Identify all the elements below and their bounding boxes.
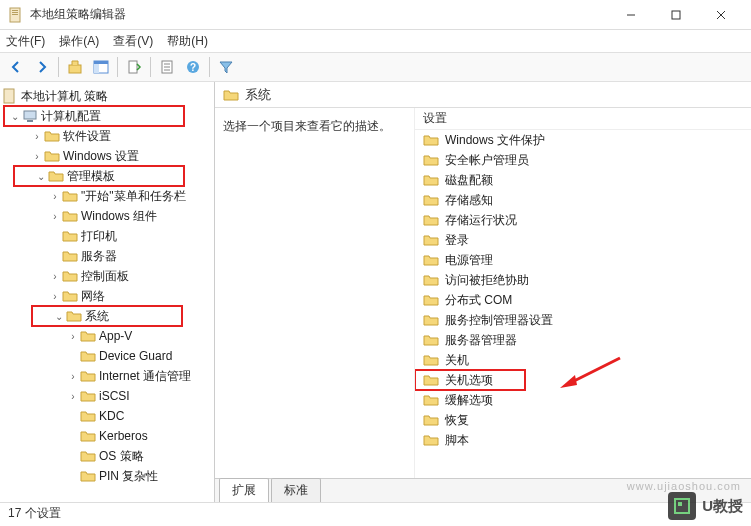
list-item[interactable]: 访问被拒绝协助	[415, 270, 751, 290]
folder-icon	[423, 372, 439, 388]
tree-windows-settings[interactable]: › Windows 设置	[0, 146, 214, 166]
tree-label: Windows 设置	[63, 148, 139, 165]
chevron-down-icon[interactable]: ⌄	[34, 171, 48, 182]
tab-standard[interactable]: 标准	[271, 478, 321, 502]
tree-network[interactable]: › 网络	[0, 286, 214, 306]
item-label: 脚本	[445, 432, 469, 449]
folder-icon	[80, 428, 96, 444]
chevron-right-icon[interactable]: ›	[48, 291, 62, 302]
tree-iscsi[interactable]: › iSCSI	[0, 386, 214, 406]
tree-admin-templates[interactable]: ⌄ 管理模板	[14, 166, 184, 186]
export-button[interactable]	[122, 55, 146, 79]
content-pane: 系统 选择一个项目来查看它的描述。 设置 Windows 文件保护安全帐户管理员…	[215, 82, 751, 502]
titlebar: 本地组策略编辑器	[0, 0, 751, 30]
back-button[interactable]	[4, 55, 28, 79]
chevron-right-icon[interactable]: ›	[66, 331, 80, 342]
chevron-down-icon[interactable]: ⌄	[52, 311, 66, 322]
tab-extended[interactable]: 扩展	[219, 478, 269, 502]
tree-label: "开始"菜单和任务栏	[81, 188, 186, 205]
folder-icon	[80, 388, 96, 404]
chevron-right-icon[interactable]: ›	[48, 271, 62, 282]
folder-icon	[423, 272, 439, 288]
help-button[interactable]: ?	[181, 55, 205, 79]
folder-icon	[44, 148, 60, 164]
forward-button[interactable]	[30, 55, 54, 79]
tree-windows-components[interactable]: › Windows 组件	[0, 206, 214, 226]
tree-appv[interactable]: › App-V	[0, 326, 214, 346]
list-item[interactable]: 恢复	[415, 410, 751, 430]
chevron-right-icon[interactable]: ›	[66, 371, 80, 382]
tree-kerberos[interactable]: Kerberos	[0, 426, 214, 446]
tree-root[interactable]: 本地计算机 策略	[0, 86, 214, 106]
tree-kdc[interactable]: KDC	[0, 406, 214, 426]
tree-pin-complexity[interactable]: PIN 复杂性	[0, 466, 214, 486]
svg-rect-21	[27, 120, 33, 122]
chevron-right-icon[interactable]: ›	[48, 211, 62, 222]
filter-button[interactable]	[214, 55, 238, 79]
svg-rect-1	[12, 10, 18, 11]
settings-list[interactable]: 设置 Windows 文件保护安全帐户管理员磁盘配额存储感知存储运行状况登录电源…	[415, 108, 751, 478]
tree-system[interactable]: ⌄ 系统	[32, 306, 182, 326]
menu-help[interactable]: 帮助(H)	[167, 33, 208, 50]
list-item[interactable]: 脚本	[415, 430, 751, 450]
properties-button[interactable]	[155, 55, 179, 79]
toolbar-separator	[209, 57, 210, 77]
list-item[interactable]: 分布式 COM	[415, 290, 751, 310]
folder-icon	[423, 292, 439, 308]
list-item[interactable]: 安全帐户管理员	[415, 150, 751, 170]
chevron-right-icon[interactable]: ›	[48, 191, 62, 202]
column-header-settings[interactable]: 设置	[415, 108, 751, 130]
chevron-right-icon[interactable]: ›	[30, 151, 44, 162]
status-text: 17 个设置	[8, 505, 61, 522]
watermark-url: www.ujiaoshou.com	[627, 480, 741, 492]
up-button[interactable]	[63, 55, 87, 79]
chevron-right-icon[interactable]: ›	[66, 391, 80, 402]
tree-os-policy[interactable]: OS 策略	[0, 446, 214, 466]
app-icon	[8, 7, 24, 23]
list-item[interactable]: 服务控制管理器设置	[415, 310, 751, 330]
item-label: 访问被拒绝协助	[445, 272, 529, 289]
list-item[interactable]: 存储感知	[415, 190, 751, 210]
list-item[interactable]: 电源管理	[415, 250, 751, 270]
list-item[interactable]: 关机	[415, 350, 751, 370]
item-label: 存储运行状况	[445, 212, 517, 229]
item-label: 服务器管理器	[445, 332, 517, 349]
minimize-button[interactable]	[608, 1, 653, 29]
tree-device-guard[interactable]: Device Guard	[0, 346, 214, 366]
list-item[interactable]: 磁盘配额	[415, 170, 751, 190]
list-item[interactable]: 服务器管理器	[415, 330, 751, 350]
folder-icon	[223, 87, 239, 103]
description-column: 选择一个项目来查看它的描述。	[215, 108, 415, 478]
folder-icon	[423, 392, 439, 408]
menu-action[interactable]: 操作(A)	[59, 33, 99, 50]
tree-pane[interactable]: 本地计算机 策略 ⌄ 计算机配置 › 软件设置 › Windows 设置 ⌄ 管…	[0, 82, 215, 502]
svg-rect-12	[129, 61, 137, 73]
list-item[interactable]: 登录	[415, 230, 751, 250]
menu-view[interactable]: 查看(V)	[113, 33, 153, 50]
folder-icon	[423, 312, 439, 328]
folder-icon	[423, 232, 439, 248]
list-item[interactable]: 存储运行状况	[415, 210, 751, 230]
list-item[interactable]: Windows 文件保护	[415, 130, 751, 150]
item-label: 磁盘配额	[445, 172, 493, 189]
chevron-right-icon[interactable]: ›	[30, 131, 44, 142]
list-item[interactable]: 关机选项	[415, 370, 525, 390]
tree-printers[interactable]: 打印机	[0, 226, 214, 246]
folder-icon	[423, 432, 439, 448]
tree-servers[interactable]: 服务器	[0, 246, 214, 266]
item-label: 服务控制管理器设置	[445, 312, 553, 329]
tree-computer-config[interactable]: ⌄ 计算机配置	[4, 106, 184, 126]
list-item[interactable]: 缓解选项	[415, 390, 751, 410]
menu-file[interactable]: 文件(F)	[6, 33, 45, 50]
tree-start-menu[interactable]: › "开始"菜单和任务栏	[0, 186, 214, 206]
close-button[interactable]	[698, 1, 743, 29]
tree-software-settings[interactable]: › 软件设置	[0, 126, 214, 146]
item-label: 关机选项	[445, 372, 493, 389]
tree-internet-comm[interactable]: › Internet 通信管理	[0, 366, 214, 386]
tree-label: 计算机配置	[41, 108, 101, 125]
show-hide-tree-button[interactable]	[89, 55, 113, 79]
chevron-down-icon[interactable]: ⌄	[8, 111, 22, 122]
tree-label: KDC	[99, 409, 124, 423]
maximize-button[interactable]	[653, 1, 698, 29]
tree-control-panel[interactable]: › 控制面板	[0, 266, 214, 286]
